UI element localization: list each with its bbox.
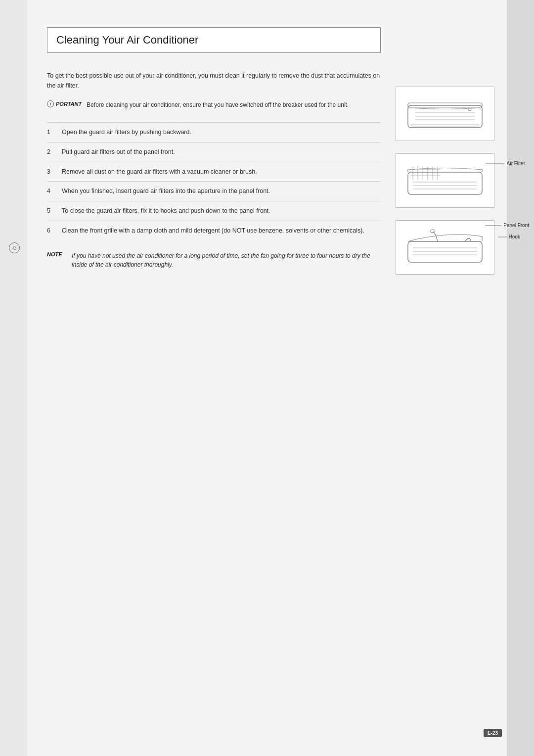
step-text-2: Pull guard air filters out of the panel … [62, 147, 381, 157]
panel-front-label: Panel Front [485, 223, 529, 228]
note-label: NOTE [47, 251, 67, 257]
page-number-badge: E-23 [484, 729, 502, 737]
important-box: i PORTANT Before cleaning your air condi… [47, 100, 381, 114]
step-item-2: 2 Pull guard air filters out of the pane… [47, 142, 381, 162]
compass-icon [9, 242, 20, 253]
step-text-1: Open the guard air filters by pushing ba… [62, 128, 381, 137]
diagram-1-container [396, 87, 499, 141]
important-icon: i [47, 100, 54, 107]
step-text-3: Remove all dust on the guard air filters… [62, 167, 381, 177]
panel-front-line [485, 223, 502, 228]
note-text: If you have not used the air conditioner… [72, 251, 381, 270]
step-number-5: 5 [47, 206, 54, 216]
ac-diagram-3-svg [405, 229, 485, 266]
page-title: Cleaning Your Air Conditioner [56, 34, 371, 47]
diagram-1 [396, 87, 494, 141]
svg-rect-7 [408, 172, 482, 194]
right-margin [507, 0, 534, 756]
diagram-3-container: Panel Front Hook [396, 220, 499, 275]
page-wrapper: Cleaning Your Air Conditioner To get the… [0, 0, 534, 756]
diagram-3 [396, 220, 494, 275]
diagram-2 [396, 153, 494, 208]
ac-diagram-1-svg [405, 95, 485, 133]
step-text-5: To close the guard air filters, fix it t… [62, 206, 381, 216]
step-number-4: 4 [47, 187, 54, 196]
svg-rect-6 [411, 124, 479, 126]
center-body: Cleaning Your Air Conditioner To get the… [27, 0, 507, 756]
step-item-1: 1 Open the guard air filters by pushing … [47, 122, 381, 142]
compass-inner [13, 246, 16, 250]
step-item-6: 6 Clean the front grille with a damp clo… [47, 221, 381, 240]
step-number-3: 3 [47, 167, 54, 177]
svg-rect-21 [408, 241, 482, 262]
step-item-4: 4 When you finished, insert guard air fi… [47, 181, 381, 201]
text-column: Cleaning Your Air Conditioner To get the… [27, 27, 393, 729]
step-number-2: 2 [47, 147, 54, 157]
step-number-1: 1 [47, 128, 54, 137]
important-label-text: PORTANT [56, 101, 82, 107]
step-item-5: 5 To close the guard air filters, fix it… [47, 201, 381, 221]
diagram-column: Air Filter [393, 27, 507, 729]
air-filter-label: Air Filter [486, 161, 525, 166]
step-item-3: 3 Remove all dust on the guard air filte… [47, 162, 381, 182]
important-label: i PORTANT [47, 100, 82, 107]
left-margin [0, 0, 27, 756]
hook-line [498, 235, 508, 239]
svg-point-22 [430, 230, 435, 233]
intro-text: To get the best possible use out of your… [47, 71, 381, 91]
important-text: Before cleaning your air conditioner, en… [87, 100, 349, 109]
step-number-6: 6 [47, 226, 54, 236]
step-text-4: When you finished, insert guard air filt… [62, 187, 381, 196]
note-box: NOTE If you have not used the air condit… [47, 249, 381, 270]
diagram-2-container: Air Filter [396, 153, 499, 208]
ac-diagram-2-svg [405, 162, 485, 199]
title-box: Cleaning Your Air Conditioner [47, 27, 381, 53]
hook-label: Hook [498, 234, 520, 239]
air-filter-line [486, 161, 505, 166]
steps-list: 1 Open the guard air filters by pushing … [47, 122, 381, 240]
step-text-6: Clean the front grille with a damp cloth… [62, 226, 381, 236]
